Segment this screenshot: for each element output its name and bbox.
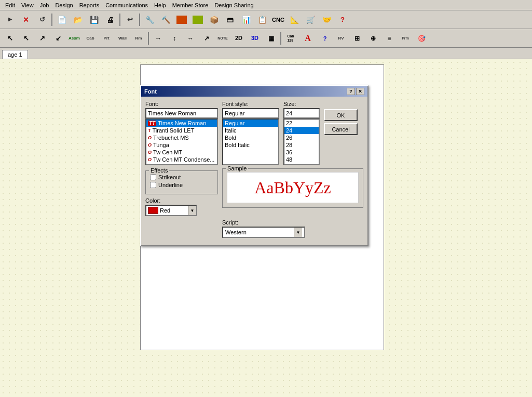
strikeout-label: Strikeout <box>158 174 181 180</box>
tool3-btn[interactable] <box>174 12 189 27</box>
menu-edit[interactable]: Edit <box>2 2 18 9</box>
menu-designsharing[interactable]: Design Sharing <box>211 2 256 9</box>
pointer-btn[interactable]: ↖ <box>2 31 18 46</box>
open-btn[interactable]: 📂 <box>70 12 86 27</box>
font-input[interactable] <box>145 108 218 118</box>
tab-bar: age 1 <box>0 48 532 59</box>
hatching-btn[interactable]: ▦ <box>263 31 279 46</box>
tool5-btn[interactable]: 📦 <box>206 12 222 27</box>
size-24[interactable]: 24 <box>284 127 319 134</box>
stop-btn[interactable]: ✕ <box>18 12 34 27</box>
menu-help[interactable]: Help <box>151 2 169 9</box>
help-btn[interactable]: ? <box>335 12 350 27</box>
menu-design[interactable]: Design <box>52 2 76 9</box>
font-item-twcenmt[interactable]: O Tw Cen MT <box>146 149 217 156</box>
rm-btn[interactable]: Rm <box>131 31 146 46</box>
dim4-btn[interactable]: ↗ <box>199 31 214 46</box>
size-26[interactable]: 26 <box>284 134 319 141</box>
tool11-btn[interactable]: 🛒 <box>303 12 318 27</box>
pointer2-btn[interactable]: ↖ <box>18 31 34 46</box>
style-bold[interactable]: Bold <box>223 134 278 141</box>
size-72[interactable]: 72 <box>284 163 319 165</box>
tool6-btn[interactable]: 🗃 <box>222 12 238 27</box>
style-regular[interactable]: Regular <box>223 120 278 127</box>
font-item-twcenmt-cond1[interactable]: O Tw Cen MT Condense... <box>146 156 217 163</box>
tool8-btn[interactable]: 📋 <box>254 12 270 27</box>
cab128-btn[interactable]: Cab128 <box>283 31 298 46</box>
dialog-help-btn[interactable]: ? <box>347 88 355 95</box>
size-28[interactable]: 28 <box>284 141 319 149</box>
extra-btn[interactable]: 🎯 <box>414 31 429 46</box>
wall-btn[interactable]: Wall <box>115 31 130 46</box>
note-btn[interactable]: NOTE <box>215 31 230 46</box>
strikeout-checkbox[interactable] <box>150 174 156 180</box>
undo-btn[interactable]: ↩ <box>122 12 138 27</box>
ok-button[interactable]: OK <box>324 109 358 121</box>
dim-h-btn[interactable]: ↔ <box>151 31 166 46</box>
style-italic[interactable]: Italic <box>223 127 278 134</box>
text-tool-btn[interactable]: A <box>299 31 317 46</box>
font-item-trebuchet[interactable]: O Trebuchet MS <box>146 134 217 141</box>
align-btn[interactable]: ≡ <box>381 31 397 46</box>
size-48[interactable]: 48 <box>284 156 319 163</box>
font-listbox[interactable]: TT Times New Roman T Tiranti Solid LET O… <box>145 118 218 165</box>
prm-btn[interactable]: Prm <box>398 31 413 46</box>
cab-btn[interactable]: Cab <box>83 31 98 46</box>
style-listbox[interactable]: Regular Italic Bold Bold Italic <box>222 118 279 165</box>
script-select[interactable]: Western ▼ <box>222 227 305 238</box>
font-o-icon1: O <box>148 135 152 140</box>
color-dropdown-arrow[interactable]: ▼ <box>188 206 196 215</box>
font-item-tiranti[interactable]: T Tiranti Solid LET <box>146 127 217 134</box>
menu-reports[interactable]: Reports <box>76 2 103 9</box>
menu-communications[interactable]: Communications <box>102 2 151 9</box>
menu-memberstore[interactable]: Member Store <box>169 2 212 9</box>
check-spell-btn[interactable]: ? <box>317 31 333 46</box>
new-btn[interactable]: 📄 <box>54 12 70 27</box>
style-input[interactable] <box>222 108 279 118</box>
dialog-close-btn[interactable]: ✕ <box>356 88 364 95</box>
menu-job[interactable]: Job <box>37 2 52 9</box>
grid-btn[interactable]: ⊞ <box>349 31 365 46</box>
script-label: Script: <box>222 219 363 226</box>
font-o-icon3: O <box>148 150 152 155</box>
3d-btn[interactable]: 3D <box>247 31 263 46</box>
pointer4-btn[interactable]: ↙ <box>50 31 66 46</box>
prt-btn[interactable]: Prt <box>99 31 114 46</box>
script-dropdown-arrow[interactable]: ▼ <box>294 228 302 237</box>
font-item-tunga[interactable]: O Tunga <box>146 141 217 149</box>
tool2-btn[interactable]: 🔨 <box>158 12 173 27</box>
check-spell-icon: ? <box>323 35 327 42</box>
forward-btn[interactable]: ▶ <box>2 12 18 27</box>
tool4-btn[interactable] <box>190 12 206 27</box>
menu-view[interactable]: View <box>18 2 37 9</box>
pointer3-btn[interactable]: ↗ <box>34 31 50 46</box>
dim-v-btn[interactable]: ↕ <box>167 31 182 46</box>
underline-checkbox[interactable] <box>150 182 156 188</box>
size-listbox[interactable]: 22 24 26 28 36 48 72 <box>283 118 320 165</box>
extra-icon: 🎯 <box>418 35 426 42</box>
tool1-btn[interactable]: 🔧 <box>142 12 157 27</box>
dim3-btn[interactable]: ↔ <box>183 31 198 46</box>
assm-btn[interactable]: Assm <box>66 31 82 46</box>
size-input[interactable] <box>283 108 320 118</box>
cancel-button[interactable]: Cancel <box>324 123 358 135</box>
tool10-btn[interactable]: 📐 <box>287 12 302 27</box>
tool12-btn[interactable]: 🤝 <box>319 12 334 27</box>
snap-btn[interactable]: ⊕ <box>365 31 381 46</box>
print-btn[interactable]: 🖨 <box>102 12 118 27</box>
tab-page1[interactable]: age 1 <box>2 50 28 59</box>
color-select[interactable]: Red ▼ <box>145 205 197 216</box>
font-item-timesnewroman[interactable]: TT Times New Roman <box>146 120 217 127</box>
2d-btn[interactable]: 2D <box>231 31 247 46</box>
save-btn[interactable]: 💾 <box>86 12 102 27</box>
size-36[interactable]: 36 <box>284 149 319 156</box>
tool9-btn[interactable]: CNC <box>270 12 286 27</box>
back-btn[interactable]: ↺ <box>34 12 50 27</box>
sep3 <box>139 14 140 26</box>
rm-label: Rm <box>135 36 142 41</box>
font-item-twcenmt-cond2[interactable]: O Tw Cen MT Condense... <box>146 163 217 165</box>
tool7-btn[interactable]: 📊 <box>238 12 254 27</box>
size-22[interactable]: 22 <box>284 120 319 127</box>
style-bolditalic[interactable]: Bold Italic <box>223 141 278 149</box>
rv-btn[interactable]: RV <box>333 31 349 46</box>
